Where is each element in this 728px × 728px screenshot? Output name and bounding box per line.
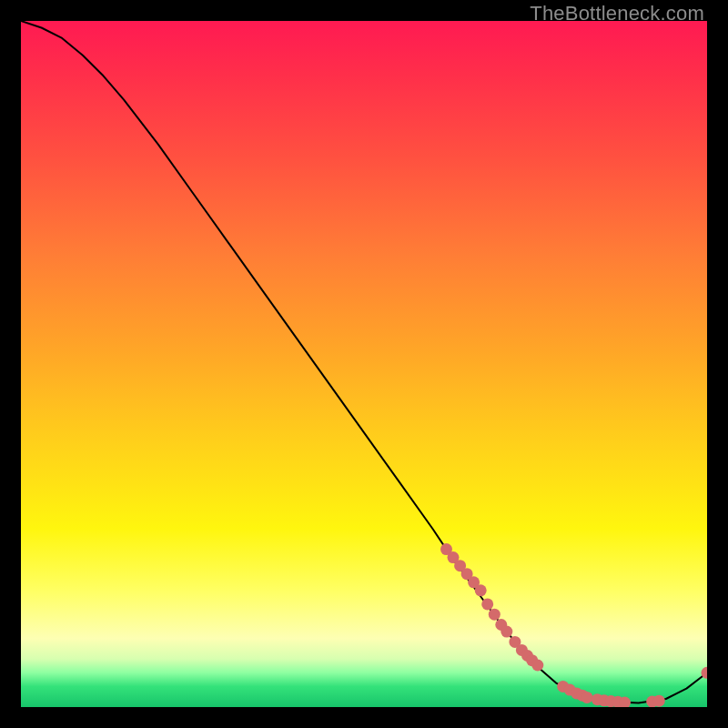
curve-markers (440, 543, 707, 707)
plot-area (21, 21, 707, 707)
curve-marker (581, 692, 593, 703)
curve-marker (481, 598, 493, 610)
curve-marker (500, 626, 512, 638)
bottleneck-curve (21, 21, 707, 703)
curve-marker (475, 584, 487, 596)
curve-marker (653, 695, 665, 707)
curve-layer (21, 21, 707, 707)
curve-marker (531, 660, 543, 672)
chart-stage: TheBottleneck.com (0, 0, 728, 728)
curve-marker (489, 609, 500, 621)
